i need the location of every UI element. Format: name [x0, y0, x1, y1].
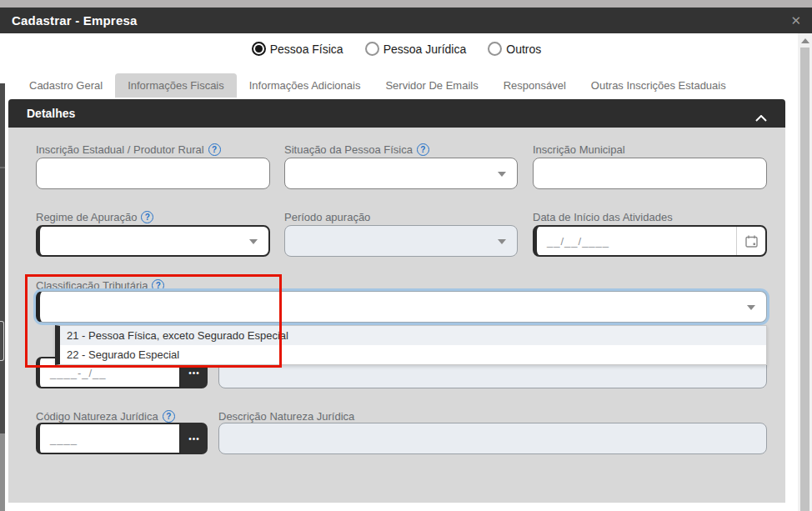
radio-unselected-icon	[488, 42, 502, 56]
radio-label: Outros	[506, 43, 541, 56]
backdrop-sidebar-button-edge	[0, 321, 4, 361]
radio-pessoa-juridica[interactable]: Pessoa Jurídica	[365, 42, 467, 56]
situacao-pf-select[interactable]	[284, 158, 518, 189]
tab-bar: Cadastro Geral Informações Fiscais Infor…	[17, 73, 739, 98]
vertical-scrollbar[interactable]	[798, 33, 812, 511]
caret-down-icon	[249, 239, 258, 244]
tab-informacoes-fiscais[interactable]: Informações Fiscais	[115, 73, 237, 98]
tab-responsavel[interactable]: Responsável	[491, 73, 579, 98]
label-text: Situação da Pessoa Física	[284, 143, 413, 156]
data-inicio-input[interactable]: __/__/____	[533, 225, 767, 257]
natureza-lookup-button[interactable]: •••	[181, 423, 208, 454]
radio-label: Pessoa Física	[270, 43, 343, 56]
details-header[interactable]: Detalhes	[8, 99, 785, 128]
person-type-radio-group: Pessoa Física Pessoa Jurídica Outros	[0, 42, 793, 56]
label-text: Descrição Natureza Jurídica	[218, 410, 354, 423]
label-text: Inscrição Estadual / Produtor Rural	[36, 143, 204, 156]
label-text: Período apuração	[284, 211, 370, 223]
chevron-up-icon[interactable]	[755, 110, 767, 125]
inscricao-estadual-label: Inscrição Estadual / Produtor Rural ?	[36, 143, 221, 156]
label-text: Regime de Apuração	[36, 211, 137, 223]
tab-informacoes-adicionais[interactable]: Informações Adicionais	[237, 73, 373, 98]
option-21[interactable]: 21 - Pessoa Física, exceto Segurado Espe…	[60, 326, 766, 345]
label-text: Data de Início das Atividades	[533, 211, 673, 223]
radio-outros[interactable]: Outros	[488, 42, 541, 56]
help-icon[interactable]: ?	[152, 279, 164, 292]
cadastrar-empresa-modal: Cadastrar - Empresa ✕ Pessoa Física Pess…	[0, 0, 812, 511]
date-mask: __/__/____	[547, 235, 609, 248]
inscricao-municipal-input[interactable]	[533, 158, 767, 189]
calendar-icon[interactable]	[736, 227, 765, 255]
codigo-mask: ____	[50, 433, 78, 445]
tab-servidor-de-emails[interactable]: Servidor De Emails	[373, 73, 490, 98]
help-icon[interactable]: ?	[417, 143, 429, 156]
label-text: Classificação Tributária	[36, 279, 148, 292]
radio-label: Pessoa Jurídica	[383, 43, 467, 56]
tab-outras-inscricoes-estaduais[interactable]: Outras Inscrições Estaduais	[579, 73, 739, 98]
caret-down-icon	[747, 305, 755, 310]
periodo-apuracao-select	[284, 225, 518, 257]
codigo-natureza-label: Código Natureza Jurídica ?	[36, 410, 175, 423]
caret-down-icon	[498, 239, 506, 244]
descricao-natureza-input	[218, 423, 767, 454]
option-22[interactable]: 22 - Segurado Especial	[60, 345, 766, 364]
periodo-apuracao-label: Período apuração	[284, 211, 370, 223]
details-body: Inscrição Estadual / Produtor Rural ? Si…	[8, 128, 785, 503]
regime-apuracao-label: Regime de Apuração ?	[36, 211, 153, 223]
classificacao-options-list: 21 - Pessoa Física, exceto Segurado Espe…	[55, 325, 767, 365]
radio-selected-icon	[252, 42, 266, 56]
caret-down-icon	[498, 172, 506, 177]
classificacao-tributaria-label: Classificação Tributária ?	[36, 279, 164, 292]
regime-apuracao-select[interactable]	[36, 225, 270, 257]
ellipsis-icon: •••	[188, 368, 200, 378]
radio-unselected-icon	[365, 42, 379, 56]
label-text: Código Natureza Jurídica	[36, 410, 158, 423]
details-title: Detalhes	[8, 107, 75, 120]
scrollbar-thumb[interactable]	[800, 48, 809, 511]
help-icon[interactable]: ?	[141, 211, 153, 223]
modal-titlebar: Cadastrar - Empresa ✕	[0, 8, 812, 33]
inscricao-municipal-label: Inscrição Municipal	[533, 143, 625, 156]
help-icon[interactable]: ?	[163, 410, 175, 423]
tab-cadastro-geral[interactable]: Cadastro Geral	[17, 73, 115, 98]
modal-title: Cadastrar - Empresa	[0, 13, 138, 28]
inscricao-estadual-input[interactable]	[36, 158, 270, 189]
radio-pessoa-fisica[interactable]: Pessoa Física	[252, 42, 343, 56]
close-icon[interactable]: ✕	[790, 8, 801, 33]
help-icon[interactable]: ?	[208, 143, 221, 156]
classificacao-tributaria-select[interactable]	[36, 291, 767, 323]
details-panel: Detalhes Inscrição Estadual / Produtor R…	[8, 99, 785, 503]
situacao-pf-label: Situação da Pessoa Física ?	[284, 143, 429, 156]
cnae-mask: ____-_/__	[50, 367, 107, 379]
scroll-up-arrow-icon[interactable]	[801, 38, 809, 43]
codigo-natureza-input[interactable]: ____	[36, 423, 181, 454]
ellipsis-icon: •••	[188, 434, 200, 443]
data-inicio-label: Data de Início das Atividades	[533, 211, 673, 223]
label-text: Inscrição Municipal	[533, 143, 625, 156]
descricao-natureza-label: Descrição Natureza Jurídica	[218, 410, 354, 423]
